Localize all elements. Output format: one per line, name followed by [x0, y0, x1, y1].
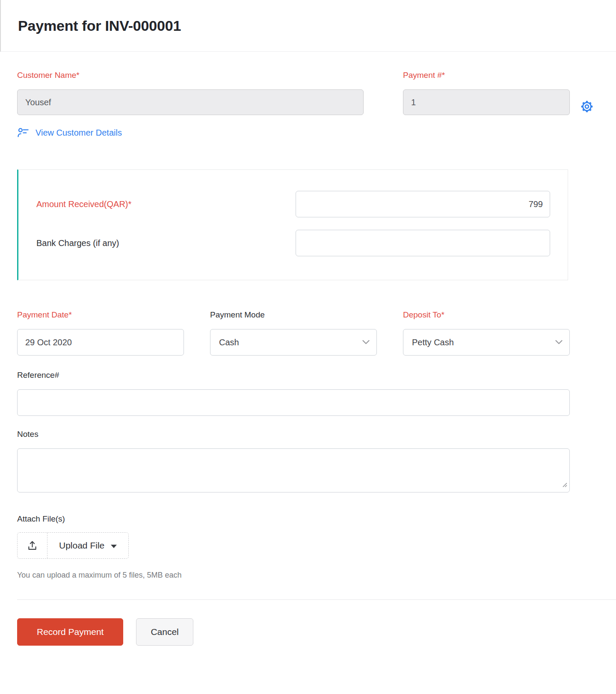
payment-form: Customer Name* Payment #* [0, 52, 616, 646]
cancel-button[interactable]: Cancel [136, 618, 193, 646]
upload-file-button[interactable]: Upload File [17, 532, 129, 559]
bank-charges-input[interactable] [296, 230, 550, 256]
upload-hint-text: You can upload a maximum of 5 files, 5MB… [17, 571, 570, 580]
deposit-to-label: Deposit To* [403, 310, 570, 320]
amount-received-label: Amount Received(QAR)* [36, 199, 131, 209]
chevron-down-icon [555, 340, 563, 345]
notes-label: Notes [17, 430, 570, 439]
view-customer-details-link[interactable]: View Customer Details [17, 127, 122, 138]
reference-input[interactable] [17, 389, 570, 416]
upload-file-label: Upload File [59, 540, 104, 551]
payment-mode-value: Cash [219, 338, 239, 347]
payment-number-settings-button[interactable] [580, 100, 594, 113]
dialog-header: Payment for INV-000001 [0, 0, 616, 52]
record-payment-button[interactable]: Record Payment [17, 618, 123, 646]
payment-mode-label: Payment Mode [210, 310, 377, 320]
deposit-to-value: Petty Cash [412, 338, 454, 347]
attach-files-label: Attach File(s) [17, 514, 570, 524]
customer-name-label: Customer Name* [17, 71, 364, 80]
chevron-down-icon [362, 340, 370, 345]
payment-number-label: Payment #* [403, 71, 570, 80]
payment-date-input[interactable] [17, 329, 184, 356]
deposit-to-select[interactable]: Petty Cash [403, 329, 570, 356]
amount-received-input[interactable] [296, 191, 550, 217]
amount-panel: Amount Received(QAR)* Bank Charges (if a… [17, 169, 568, 280]
payment-mode-select[interactable]: Cash [210, 329, 377, 356]
page-title: Payment for INV-000001 [18, 18, 181, 34]
person-list-icon [17, 127, 29, 138]
footer-divider [17, 599, 616, 600]
view-customer-details-label: View Customer Details [36, 128, 122, 138]
reference-label: Reference# [17, 371, 570, 380]
customer-name-input[interactable] [17, 89, 364, 115]
payment-number-input[interactable] [403, 89, 570, 115]
caret-down-icon [111, 545, 117, 548]
notes-textarea[interactable] [17, 448, 570, 492]
bank-charges-label: Bank Charges (if any) [36, 238, 119, 248]
gear-icon [580, 100, 593, 113]
payment-date-label: Payment Date* [17, 310, 184, 320]
upload-tray-icon[interactable] [18, 533, 47, 558]
